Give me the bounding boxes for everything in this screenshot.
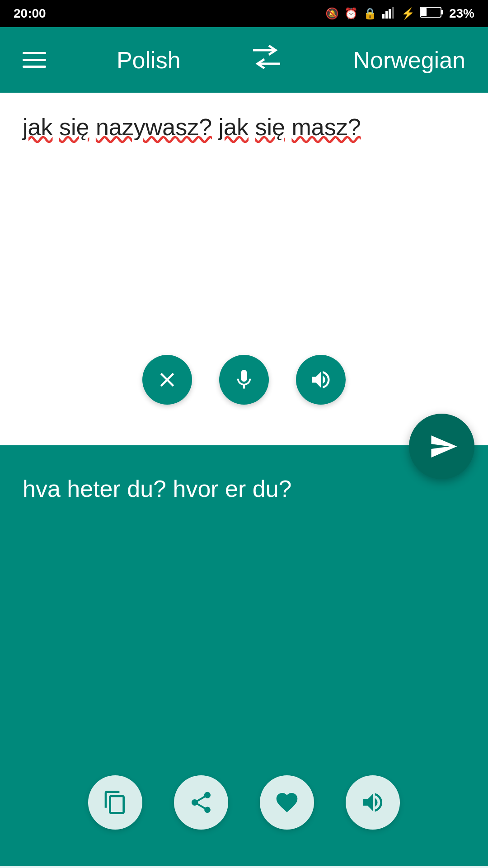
output-section: hva heter du? hvor er du? xyxy=(0,445,488,866)
source-language-label[interactable]: Polish xyxy=(117,47,181,74)
translate-button[interactable] xyxy=(409,414,474,479)
signal-icon xyxy=(382,6,396,21)
mic-icon xyxy=(232,368,256,392)
speak-output-button[interactable] xyxy=(346,775,400,830)
word-nazywasz: nazywasz? xyxy=(96,114,212,140)
share-button[interactable] xyxy=(174,775,228,830)
heart-icon xyxy=(274,790,300,815)
mic-button[interactable] xyxy=(219,355,269,405)
menu-button[interactable] xyxy=(23,52,46,68)
speak-input-button[interactable] xyxy=(296,355,346,405)
x-icon xyxy=(155,368,179,392)
lock-icon: 🔒 xyxy=(363,7,377,20)
volume-output-icon xyxy=(360,790,385,815)
word-sie1: się xyxy=(59,114,89,140)
toolbar: Polish Norwegian xyxy=(0,27,488,93)
battery-icon xyxy=(420,6,444,21)
volume-icon xyxy=(309,368,333,392)
send-icon xyxy=(429,432,458,461)
input-action-buttons xyxy=(23,337,465,427)
battery-percent: 23% xyxy=(449,6,474,21)
notification-muted-icon: 🔕 xyxy=(325,7,339,20)
alarm-icon: ⏰ xyxy=(344,7,358,20)
output-text: hva heter du? hvor er du? xyxy=(23,472,465,744)
input-section: jak się nazywasz? jak się masz? xyxy=(0,93,488,445)
word-masz: masz? xyxy=(291,114,361,140)
clear-button[interactable] xyxy=(142,355,192,405)
charging-icon: ⚡ xyxy=(401,7,415,20)
copy-icon xyxy=(103,790,128,815)
word-sie2: się xyxy=(255,114,285,140)
svg-rect-5 xyxy=(421,8,427,16)
share-icon xyxy=(188,790,214,815)
svg-rect-6 xyxy=(441,10,443,14)
svg-rect-2 xyxy=(389,9,391,19)
favorite-button[interactable] xyxy=(260,775,314,830)
swap-languages-button[interactable] xyxy=(251,43,282,76)
word-jak2: jak xyxy=(219,114,249,140)
svg-rect-0 xyxy=(382,14,385,19)
input-text[interactable]: jak się nazywasz? jak się masz? xyxy=(23,111,465,337)
target-language-label[interactable]: Norwegian xyxy=(353,47,465,74)
word-jak1: jak xyxy=(23,114,52,140)
output-action-buttons xyxy=(0,757,488,852)
status-icons: 🔕 ⏰ 🔒 ⚡ 23% xyxy=(325,6,474,21)
status-time: 20:00 xyxy=(14,6,46,21)
status-bar: 20:00 🔕 ⏰ 🔒 ⚡ 23% xyxy=(0,0,488,27)
copy-button[interactable] xyxy=(88,775,142,830)
svg-rect-1 xyxy=(385,11,388,19)
svg-rect-3 xyxy=(392,7,394,19)
